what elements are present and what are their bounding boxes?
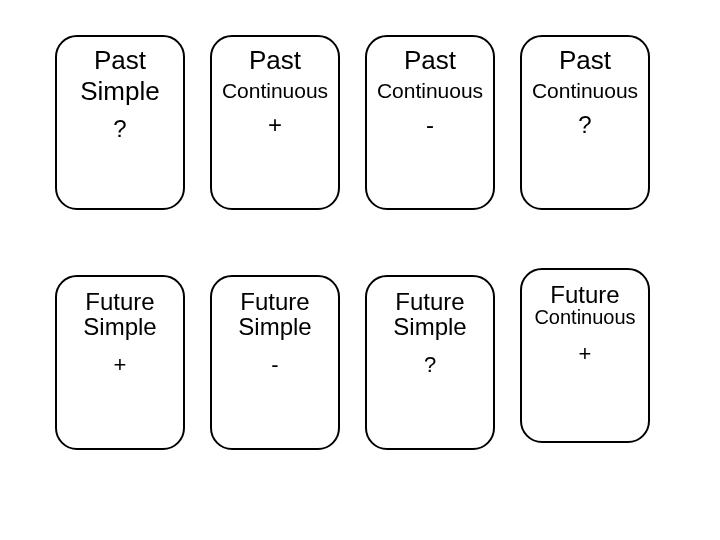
tense-label: Past [367,47,493,74]
card-future-simple-q: Future Simple ? [365,275,495,450]
tense-label: Past [57,47,183,74]
polarity-symbol: ? [57,116,183,141]
tense-label: Future [522,282,648,307]
tense-label: Future [57,289,183,314]
aspect-label: Continuous [212,80,338,102]
polarity-symbol: + [522,342,648,365]
aspect-label: Simple [367,314,493,339]
card-past-continuous-neg: Past Continuous - [365,35,495,210]
card-past-continuous-pos: Past Continuous + [210,35,340,210]
card-future-simple-pos: Future Simple + [55,275,185,450]
card-past-continuous-q: Past Continuous ? [520,35,650,210]
card-grid: Past Simple ? Past Continuous + Past Con… [0,0,720,540]
aspect-label: Continuous [522,80,648,102]
polarity-symbol: - [367,112,493,137]
tense-label: Future [212,289,338,314]
aspect-label: Continuous [367,80,493,102]
card-future-simple-neg: Future Simple - [210,275,340,450]
aspect-label: Simple [57,314,183,339]
polarity-symbol: + [212,112,338,137]
tense-label: Past [522,47,648,74]
tense-label: Future [367,289,493,314]
polarity-symbol: ? [367,353,493,376]
aspect-label: Simple [57,78,183,105]
card-past-simple-q: Past Simple ? [55,35,185,210]
card-future-continuous-pos: Future Continuous + [520,268,650,443]
aspect-label: Continuous [522,307,648,328]
tense-label: Past [212,47,338,74]
aspect-label: Simple [212,314,338,339]
polarity-symbol: + [57,353,183,376]
polarity-symbol: ? [522,112,648,137]
polarity-symbol: - [212,353,338,376]
